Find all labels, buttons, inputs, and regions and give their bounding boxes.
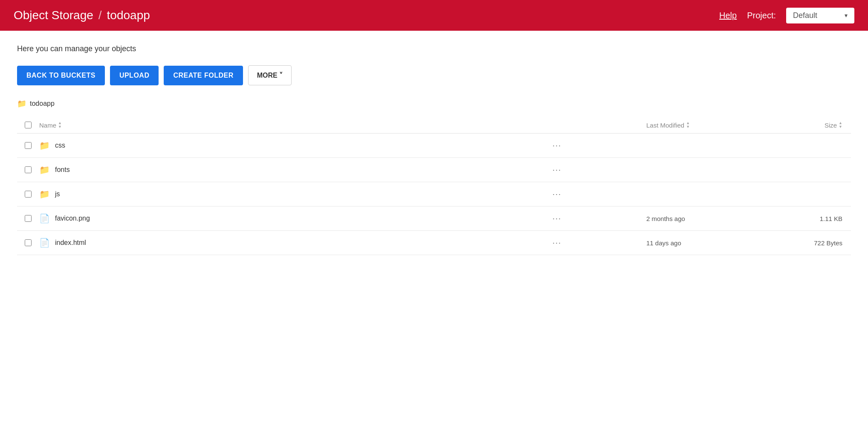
project-value: Default <box>793 11 817 20</box>
row-last-modified: 11 days ago <box>646 239 766 247</box>
main-content: Here you can manage your objects BACK TO… <box>0 31 868 269</box>
size-sort-icon: ▲▼ <box>839 121 842 129</box>
breadcrumb: 📁 todoapp <box>17 99 851 108</box>
back-to-buckets-button[interactable]: BACK TO BUCKETS <box>17 66 105 85</box>
file-icon: 📄 <box>39 238 50 248</box>
row-checkbox[interactable] <box>25 215 32 222</box>
folder-icon: 📁 <box>17 99 26 108</box>
row-checkbox[interactable] <box>25 239 32 246</box>
table-row: 📁 css ··· <box>17 134 851 158</box>
file-table: Name ▲▼ Last Modified ▲▼ Size ▲▼ 📁 css ·… <box>17 117 851 255</box>
row-filename: index.html <box>55 239 86 247</box>
last-modified-column-header[interactable]: Last Modified ▲▼ <box>646 121 766 129</box>
app-header: Object Storage / todoapp Help Project: D… <box>0 0 868 31</box>
toolbar: BACK TO BUCKETS UPLOAD CREATE FOLDER MOR… <box>17 65 851 85</box>
row-size: 1.11 KB <box>766 215 851 222</box>
row-name: 📄 favicon.png <box>39 213 553 224</box>
header-right: Help Project: Default ▾ <box>719 8 854 23</box>
row-checkbox-cell <box>17 191 39 198</box>
page-subtitle: Here you can manage your objects <box>17 44 851 53</box>
row-context-menu[interactable]: ··· <box>553 141 646 150</box>
row-last-modified: 2 months ago <box>646 215 766 222</box>
row-checkbox-cell <box>17 239 39 246</box>
row-filename: js <box>55 190 60 198</box>
row-checkbox-cell <box>17 166 39 173</box>
name-column-header[interactable]: Name ▲▼ <box>39 121 553 129</box>
project-label: Project: <box>747 11 776 20</box>
table-header: Name ▲▼ Last Modified ▲▼ Size ▲▼ <box>17 117 851 134</box>
size-column-header[interactable]: Size ▲▼ <box>766 121 851 129</box>
select-all-checkbox[interactable] <box>25 122 32 128</box>
folder-icon: 📁 <box>39 165 50 175</box>
row-checkbox[interactable] <box>25 166 32 173</box>
header-title-group: Object Storage / todoapp <box>14 9 150 22</box>
folder-icon: 📁 <box>39 189 50 199</box>
row-filename: fonts <box>55 166 70 174</box>
row-name: 📁 js <box>39 189 553 199</box>
more-button[interactable]: MORE ˅ <box>248 65 292 85</box>
row-name: 📄 index.html <box>39 238 553 248</box>
table-body: 📁 css ··· 📁 fonts ··· 📁 js <box>17 134 851 255</box>
row-name: 📁 css <box>39 140 553 151</box>
row-context-menu[interactable]: ··· <box>553 190 646 199</box>
row-name: 📁 fonts <box>39 165 553 175</box>
breadcrumb-folder: todoapp <box>30 100 55 108</box>
name-sort-icon: ▲▼ <box>58 121 62 129</box>
header-checkbox-cell <box>17 122 39 128</box>
row-checkbox[interactable] <box>25 142 32 149</box>
row-checkbox[interactable] <box>25 191 32 198</box>
folder-icon: 📁 <box>39 140 50 151</box>
last-modified-sort-icon: ▲▼ <box>686 121 690 129</box>
app-title: Object Storage <box>14 9 93 22</box>
row-filename: favicon.png <box>55 215 90 222</box>
project-selector[interactable]: Default ▾ <box>786 8 854 23</box>
chevron-down-icon: ▾ <box>845 12 848 19</box>
row-checkbox-cell <box>17 142 39 149</box>
row-size: 722 Bytes <box>766 239 851 247</box>
help-link[interactable]: Help <box>719 11 737 20</box>
bucket-name: todoapp <box>107 9 150 22</box>
row-filename: css <box>55 142 65 149</box>
create-folder-button[interactable]: CREATE FOLDER <box>164 66 243 85</box>
row-context-menu[interactable]: ··· <box>553 166 646 174</box>
breadcrumb-separator: / <box>98 9 102 22</box>
upload-button[interactable]: UPLOAD <box>110 66 159 85</box>
file-icon: 📄 <box>39 213 50 224</box>
row-context-menu[interactable]: ··· <box>553 238 646 247</box>
table-row: 📄 favicon.png ··· 2 months ago 1.11 KB <box>17 206 851 231</box>
table-row: 📄 index.html ··· 11 days ago 722 Bytes <box>17 231 851 255</box>
table-row: 📁 fonts ··· <box>17 158 851 182</box>
row-context-menu[interactable]: ··· <box>553 214 646 223</box>
table-row: 📁 js ··· <box>17 182 851 206</box>
row-checkbox-cell <box>17 215 39 222</box>
